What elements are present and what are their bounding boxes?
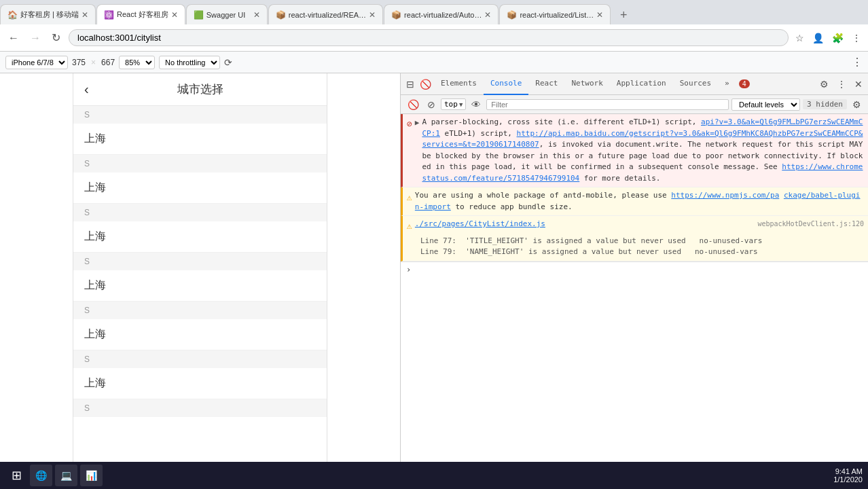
console-settings-icon[interactable]: ⚙ — [850, 98, 864, 111]
tab-console[interactable]: Console — [484, 73, 528, 95]
warning-icon-2: ⚠ — [407, 191, 412, 204]
device-width: 375 — [72, 58, 86, 67]
console-context[interactable]: top ▼ — [441, 98, 466, 110]
msg-link-1b[interactable]: http://api.map.baidu.com/getscript?v=3.0… — [422, 129, 863, 149]
back-button[interactable]: ← — [5, 31, 22, 46]
tab-4-close[interactable]: ✕ — [369, 10, 376, 20]
devtools-dots-icon[interactable]: ⋮ — [834, 77, 849, 91]
console-message-3: ⚠ ./src/pages/CityList/index.js webpackH… — [401, 216, 868, 261]
devtools-dock-button[interactable]: ⊟ — [403, 77, 417, 91]
tab-2[interactable]: ⚛️ React 好客租房 ✕ — [96, 4, 185, 24]
warning-icon-3: ⚠ — [407, 219, 412, 233]
tab-elements[interactable]: Elements — [434, 73, 484, 95]
tab-3-label: Swagger UI — [206, 11, 251, 19]
console-prompt-icon: › — [406, 265, 411, 274]
tab-1-close[interactable]: ✕ — [82, 10, 88, 20]
city-item-5[interactable]: 上海 — [73, 319, 327, 350]
devtools-settings-icon[interactable]: ⚙ — [817, 77, 831, 91]
console-input[interactable] — [414, 265, 863, 274]
tab-6-favicon: 📦 — [507, 10, 516, 20]
eye-icon[interactable]: 👁 — [469, 98, 484, 111]
console-input-row: › — [401, 261, 868, 277]
top-label: top — [444, 100, 458, 109]
console-clear-button[interactable]: 🚫 — [405, 98, 422, 111]
back-arrow-icon[interactable]: ‹ — [84, 82, 89, 97]
msg-link-2a[interactable]: https://www.npmjs.com/pa — [671, 191, 779, 200]
ppt-icon: 📊 — [86, 470, 97, 481]
tab-5-close[interactable]: ✕ — [484, 10, 491, 20]
tab-5[interactable]: 📦 react-virtualized/Auto… ✕ — [384, 4, 499, 24]
city-item-2[interactable]: 上海 — [73, 173, 327, 204]
zoom-select[interactable]: 85% — [119, 56, 155, 69]
devtools-reload-button[interactable]: 🚫 — [417, 77, 434, 91]
msg-link-2b[interactable]: ckage/babel-plugin-import — [415, 191, 861, 211]
devtools-tab-bar: ⊟ 🚫 Elements Console React Network Appli… — [401, 73, 868, 95]
tab-1[interactable]: 🏠 好客租房 | 移动端 ✕ — [0, 4, 96, 24]
device-more-icon[interactable]: ⋮ — [852, 56, 863, 69]
phone-container: ‹ 城市选择 S 上海 S 上海 S 上海 S 上海 S 上海 S 上海 S — [73, 73, 327, 489]
forward-button[interactable]: → — [27, 31, 43, 46]
tab-2-close[interactable]: ✕ — [171, 10, 178, 20]
console-messages: ⊘ ▶ A parser-blocking, cross site (i.e. … — [401, 114, 868, 489]
console-filter-button[interactable]: ⊘ — [424, 98, 438, 111]
tab-bar: 🏠 好客租房 | 移动端 ✕ ⚛️ React 好客租房 ✕ 🟩 Swagger… — [0, 0, 868, 24]
error-badge: 4 — [739, 79, 750, 88]
taskbar-item-browser[interactable]: 🌐 — [30, 465, 52, 486]
taskbar-item-ppt[interactable]: 📊 — [80, 465, 103, 486]
tab-6-close[interactable]: ✕ — [596, 10, 603, 20]
tab-4[interactable]: 📦 react-virtualized/REA… ✕ — [268, 4, 383, 24]
vscode-icon: 💻 — [60, 470, 72, 481]
extensions-icon[interactable]: 🧩 — [831, 31, 845, 45]
chevron-down-icon: ▼ — [459, 101, 463, 108]
console-toolbar: 🚫 ⊘ top ▼ 👁 Default levels 3 hidden ⚙ — [401, 95, 868, 114]
console-filter-input[interactable] — [486, 99, 729, 110]
rotate-icon[interactable]: ⟳ — [224, 57, 232, 68]
new-tab-button[interactable]: + — [614, 5, 633, 24]
bookmark-icon[interactable]: ☆ — [794, 31, 806, 45]
tab-4-favicon: 📦 — [276, 10, 285, 20]
section-letter-3: S — [73, 204, 327, 221]
console-message-2: ⚠ You are using a whole package of antd-… — [401, 187, 868, 216]
start-button[interactable]: ⊞ — [5, 465, 27, 486]
city-item-6[interactable]: 上海 — [73, 368, 327, 399]
city-item-1[interactable]: 上海 — [73, 124, 327, 155]
device-select[interactable]: iPhone 6/7/8 — [5, 56, 68, 69]
section-letter-5: S — [73, 302, 327, 319]
tab-network[interactable]: Network — [564, 73, 609, 95]
section-letter-4: S — [73, 253, 327, 270]
dimension-separator: × — [91, 58, 96, 67]
profile-icon[interactable]: 👤 — [811, 31, 825, 45]
taskbar-time: 9:41 AM 1/1/2020 — [833, 467, 863, 484]
section-letter-1: S — [73, 106, 327, 124]
msg-link-1c[interactable]: https://www.chromestatus.com/feature/571… — [422, 162, 863, 183]
address-input[interactable] — [69, 29, 789, 46]
taskbar: ⊞ 🌐 💻 📊 9:41 AM 1/1/2020 — [0, 462, 868, 489]
tab-6[interactable]: 📦 react-virtualized/List… ✕ — [499, 4, 611, 24]
throttle-select[interactable]: No throttling — [159, 56, 220, 69]
reload-button[interactable]: ↻ — [49, 30, 63, 46]
tab-react[interactable]: React — [528, 73, 564, 95]
tab-application[interactable]: Application — [610, 73, 673, 95]
msg-content-2: You are using a whole package of antd-mo… — [415, 190, 864, 213]
city-item-3[interactable]: 上海 — [73, 221, 327, 253]
tab-4-label: react-virtualized/REA… — [289, 11, 366, 19]
app-header: ‹ 城市选择 — [73, 73, 327, 106]
msg-link-3[interactable]: ./src/pages/CityList/index.js — [415, 219, 545, 228]
msg-location-3[interactable]: webpackHotDevClient.js:120 — [757, 219, 864, 229]
section-letter-2: S — [73, 155, 327, 173]
tab-sources[interactable]: Sources — [673, 73, 718, 95]
city-item-4[interactable]: 上海 — [73, 270, 327, 302]
tab-3-favicon: 🟩 — [194, 10, 203, 20]
taskbar-item-vscode[interactable]: 💻 — [55, 465, 77, 486]
tab-3-close[interactable]: ✕ — [253, 10, 260, 20]
msg-toggle-1[interactable]: ▶ — [415, 117, 420, 129]
msg-content-3: ./src/pages/CityList/index.js — [415, 219, 755, 230]
address-bar: ← → ↻ ☆ 👤 🧩 ⋮ — [0, 24, 868, 52]
tab-3[interactable]: 🟩 Swagger UI ✕ — [186, 4, 268, 24]
devtools-more-tabs[interactable]: » — [718, 73, 736, 95]
devtools-close-icon[interactable]: ✕ — [852, 77, 865, 91]
console-level-select[interactable]: Default levels — [731, 98, 800, 111]
app-title: 城市选择 — [177, 82, 223, 97]
menu-icon[interactable]: ⋮ — [850, 31, 863, 45]
tab-5-favicon: 📦 — [391, 10, 401, 20]
